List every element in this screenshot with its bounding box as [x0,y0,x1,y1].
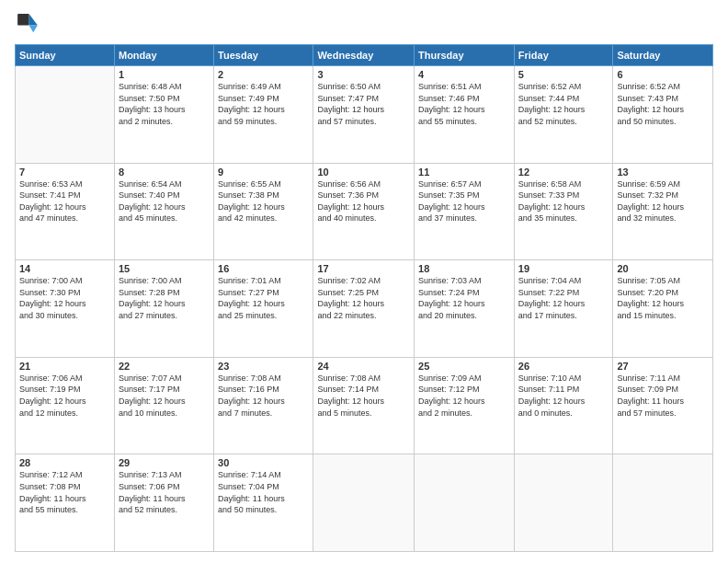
day-number: 10 [317,167,410,178]
day-number: 7 [19,167,110,178]
calendar-cell: 20Sunrise: 7:05 AMSunset: 7:20 PMDayligh… [613,260,713,358]
calendar-cell: 6Sunrise: 6:52 AMSunset: 7:43 PMDaylight… [613,66,713,164]
svg-rect-2 [17,14,28,25]
logo [15,11,44,37]
weekday-row: SundayMondayTuesdayWednesdayThursdayFrid… [16,45,713,66]
day-number: 26 [518,361,609,372]
day-info: Sunrise: 6:54 AMSunset: 7:40 PMDaylight:… [119,178,210,224]
day-info: Sunrise: 6:53 AMSunset: 7:41 PMDaylight:… [19,178,110,224]
day-number: 18 [418,263,510,274]
calendar-cell: 8Sunrise: 6:54 AMSunset: 7:40 PMDaylight… [114,163,213,260]
calendar-cell: 2Sunrise: 6:49 AMSunset: 7:49 PMDaylight… [214,66,313,164]
weekday-header-thursday: Thursday [415,45,515,66]
day-info: Sunrise: 7:11 AMSunset: 7:09 PMDaylight:… [617,373,709,419]
day-info: Sunrise: 6:50 AMSunset: 7:47 PMDaylight:… [317,81,410,127]
day-number: 3 [317,69,410,80]
calendar-cell: 5Sunrise: 6:52 AMSunset: 7:44 PMDaylight… [514,66,613,164]
day-info: Sunrise: 6:51 AMSunset: 7:46 PMDaylight:… [418,81,510,127]
calendar-cell: 14Sunrise: 7:00 AMSunset: 7:30 PMDayligh… [16,260,115,358]
day-info: Sunrise: 6:56 AMSunset: 7:36 PMDaylight:… [317,178,410,224]
day-info: Sunrise: 7:03 AMSunset: 7:24 PMDaylight:… [418,275,510,321]
day-number: 4 [418,69,510,80]
header [15,11,713,37]
day-number: 20 [617,263,709,274]
day-number: 1 [119,69,210,80]
calendar: SundayMondayTuesdayWednesdayThursdayFrid… [15,44,713,552]
calendar-cell: 10Sunrise: 6:56 AMSunset: 7:36 PMDayligh… [313,163,415,260]
day-info: Sunrise: 7:09 AMSunset: 7:12 PMDaylight:… [418,373,510,419]
week-row-5: 28Sunrise: 7:12 AMSunset: 7:08 PMDayligh… [16,454,713,552]
day-number: 17 [317,263,410,274]
weekday-header-friday: Friday [514,45,613,66]
calendar-body: 1Sunrise: 6:48 AMSunset: 7:50 PMDaylight… [16,66,713,552]
day-info: Sunrise: 7:01 AMSunset: 7:27 PMDaylight:… [218,275,309,321]
day-number: 21 [19,361,110,372]
day-number: 13 [617,167,709,178]
calendar-cell: 25Sunrise: 7:09 AMSunset: 7:12 PMDayligh… [415,357,515,454]
day-info: Sunrise: 6:49 AMSunset: 7:49 PMDaylight:… [218,81,309,127]
day-number: 6 [617,69,709,80]
day-info: Sunrise: 6:58 AMSunset: 7:33 PMDaylight:… [518,178,609,224]
day-info: Sunrise: 7:06 AMSunset: 7:19 PMDaylight:… [19,373,110,419]
weekday-header-saturday: Saturday [613,45,713,66]
day-number: 25 [418,361,510,372]
calendar-cell: 16Sunrise: 7:01 AMSunset: 7:27 PMDayligh… [214,260,313,358]
week-row-1: 1Sunrise: 6:48 AMSunset: 7:50 PMDaylight… [16,66,713,164]
day-number: 27 [617,361,709,372]
day-info: Sunrise: 7:13 AMSunset: 7:06 PMDaylight:… [119,469,210,515]
weekday-header-wednesday: Wednesday [313,45,415,66]
calendar-cell [613,454,713,552]
calendar-cell: 23Sunrise: 7:08 AMSunset: 7:16 PMDayligh… [214,357,313,454]
week-row-3: 14Sunrise: 7:00 AMSunset: 7:30 PMDayligh… [16,260,713,358]
week-row-2: 7Sunrise: 6:53 AMSunset: 7:41 PMDaylight… [16,163,713,260]
calendar-cell: 12Sunrise: 6:58 AMSunset: 7:33 PMDayligh… [514,163,613,260]
calendar-cell: 7Sunrise: 6:53 AMSunset: 7:41 PMDaylight… [16,163,115,260]
day-number: 9 [218,167,309,178]
day-info: Sunrise: 7:04 AMSunset: 7:22 PMDaylight:… [518,275,609,321]
weekday-header-monday: Monday [114,45,213,66]
day-info: Sunrise: 7:00 AMSunset: 7:30 PMDaylight:… [19,275,110,321]
calendar-cell [313,454,415,552]
logo-icon [15,11,40,37]
calendar-cell: 11Sunrise: 6:57 AMSunset: 7:35 PMDayligh… [415,163,515,260]
calendar-cell: 19Sunrise: 7:04 AMSunset: 7:22 PMDayligh… [514,260,613,358]
day-number: 30 [218,457,309,468]
day-number: 29 [119,457,210,468]
calendar-cell: 18Sunrise: 7:03 AMSunset: 7:24 PMDayligh… [415,260,515,358]
day-info: Sunrise: 7:08 AMSunset: 7:16 PMDaylight:… [218,373,309,419]
day-info: Sunrise: 7:02 AMSunset: 7:25 PMDaylight:… [317,275,410,321]
day-info: Sunrise: 6:52 AMSunset: 7:44 PMDaylight:… [518,81,609,127]
day-info: Sunrise: 7:10 AMSunset: 7:11 PMDaylight:… [518,373,609,419]
calendar-cell: 1Sunrise: 6:48 AMSunset: 7:50 PMDaylight… [114,66,213,164]
calendar-cell [415,454,515,552]
calendar-cell: 13Sunrise: 6:59 AMSunset: 7:32 PMDayligh… [613,163,713,260]
svg-marker-1 [29,26,38,33]
calendar-cell: 28Sunrise: 7:12 AMSunset: 7:08 PMDayligh… [16,454,115,552]
calendar-cell: 15Sunrise: 7:00 AMSunset: 7:28 PMDayligh… [114,260,213,358]
weekday-header-tuesday: Tuesday [214,45,313,66]
day-info: Sunrise: 7:07 AMSunset: 7:17 PMDaylight:… [119,373,210,419]
calendar-cell: 21Sunrise: 7:06 AMSunset: 7:19 PMDayligh… [16,357,115,454]
page: SundayMondayTuesdayWednesdayThursdayFrid… [0,0,728,563]
day-number: 22 [119,361,210,372]
calendar-cell: 22Sunrise: 7:07 AMSunset: 7:17 PMDayligh… [114,357,213,454]
calendar-cell [514,454,613,552]
day-number: 2 [218,69,309,80]
day-info: Sunrise: 6:48 AMSunset: 7:50 PMDaylight:… [119,81,210,127]
week-row-4: 21Sunrise: 7:06 AMSunset: 7:19 PMDayligh… [16,357,713,454]
day-info: Sunrise: 6:57 AMSunset: 7:35 PMDaylight:… [418,178,510,224]
day-number: 15 [119,263,210,274]
calendar-cell: 26Sunrise: 7:10 AMSunset: 7:11 PMDayligh… [514,357,613,454]
calendar-cell [16,66,115,164]
day-number: 28 [19,457,110,468]
calendar-cell: 27Sunrise: 7:11 AMSunset: 7:09 PMDayligh… [613,357,713,454]
day-info: Sunrise: 6:59 AMSunset: 7:32 PMDaylight:… [617,178,709,224]
day-info: Sunrise: 6:52 AMSunset: 7:43 PMDaylight:… [617,81,709,127]
day-number: 19 [518,263,609,274]
calendar-cell: 24Sunrise: 7:08 AMSunset: 7:14 PMDayligh… [313,357,415,454]
day-number: 11 [418,167,510,178]
day-number: 5 [518,69,609,80]
calendar-cell: 9Sunrise: 6:55 AMSunset: 7:38 PMDaylight… [214,163,313,260]
calendar-header: SundayMondayTuesdayWednesdayThursdayFrid… [16,45,713,66]
day-info: Sunrise: 7:12 AMSunset: 7:08 PMDaylight:… [19,469,110,515]
